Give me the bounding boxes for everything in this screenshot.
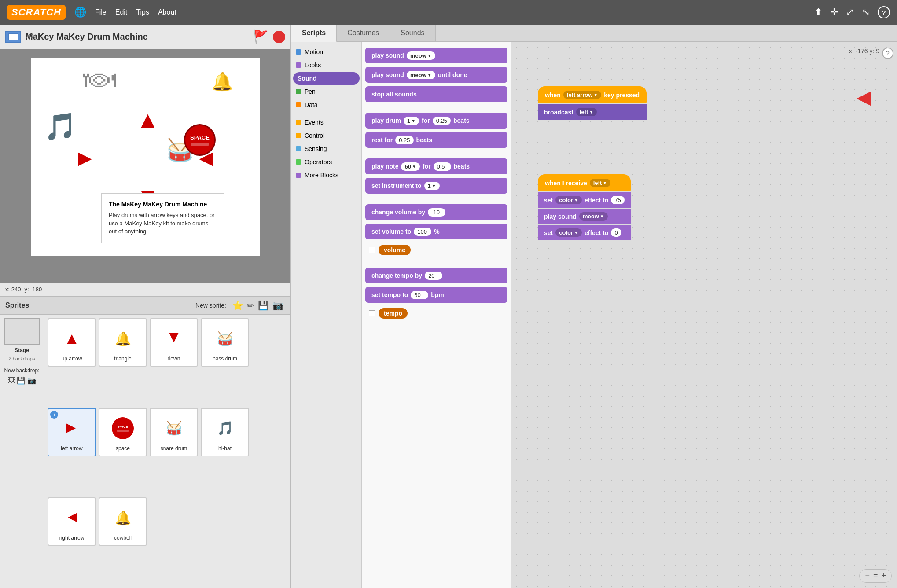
block-play-drum-dropdown[interactable]: 1 <box>404 117 419 125</box>
stage-header: MaKey MaKey Drum Machine 🚩 <box>0 25 290 49</box>
block-change-volume-value[interactable]: -10 <box>428 208 445 217</box>
hat-block-key-pressed[interactable]: when left arrow key pressed <box>538 86 647 103</box>
block-set-color-effect-2[interactable]: set color effect to 0 <box>538 225 631 240</box>
tab-sounds[interactable]: Sounds <box>390 25 435 41</box>
category-motion-label: Motion <box>305 48 323 55</box>
sprite-item-left-arrow[interactable]: i ▲ left arrow <box>48 408 96 456</box>
zoom-out-button[interactable]: − <box>865 571 870 581</box>
block-play-note-dropdown[interactable]: 60 <box>401 162 419 171</box>
menu-about[interactable]: About <box>158 8 176 16</box>
tempo-checkbox[interactable] <box>369 310 375 316</box>
block-rest-value[interactable]: 0.25 <box>395 136 413 144</box>
green-flag-button[interactable]: 🚩 <box>253 29 268 44</box>
category-looks[interactable]: Looks <box>291 59 361 71</box>
sprite-item-cowbell[interactable]: 🔔 cowbell <box>99 497 147 546</box>
sprite-item-space[interactable]: 8•ACE space <box>99 408 147 456</box>
camera-sprite-icon[interactable]: 📷 <box>272 300 283 311</box>
stage-left-arrow: ▲ <box>73 148 99 170</box>
category-control[interactable]: Control <box>291 129 361 142</box>
block-broadcast[interactable]: broadcast left <box>538 104 647 120</box>
block-play-sound-script[interactable]: play sound meow <box>538 209 631 224</box>
volume-variable[interactable]: volume <box>379 245 411 255</box>
sprite-item-hihat[interactable]: 🎵 hi-hat <box>201 408 249 456</box>
color-value-1[interactable]: 75 <box>611 196 624 204</box>
category-sensing[interactable]: Sensing <box>291 143 361 155</box>
color-dropdown-2[interactable]: color <box>555 228 582 237</box>
block-change-tempo[interactable]: change tempo by 20 <box>365 268 507 283</box>
block-play-sound-until[interactable]: play sound meow until done <box>365 67 507 83</box>
block-stop-all-sounds[interactable]: stop all sounds <box>365 86 507 102</box>
tabs-row: Scripts Costumes Sounds <box>291 25 897 42</box>
sprite-name-triangle: triangle <box>114 356 131 362</box>
add-sprite-icon[interactable]: ⭐ <box>232 300 243 311</box>
block-play-note[interactable]: play note 60 for 0.5 beats <box>365 158 507 174</box>
help-icon[interactable]: ? <box>878 6 890 18</box>
menu-file[interactable]: File <box>95 8 107 16</box>
block-set-instrument[interactable]: set instrument to 1 <box>365 178 507 194</box>
paint-sprite-icon[interactable]: ✏ <box>247 300 254 311</box>
set-text-2: set <box>544 229 553 236</box>
sprite-item-bass-drum[interactable]: 🥁 bass drum <box>201 318 249 367</box>
block-play-note-value[interactable]: 0.5 <box>434 162 451 171</box>
block-set-instrument-dropdown[interactable]: 1 <box>424 182 440 190</box>
tab-scripts[interactable]: Scripts <box>291 25 337 42</box>
block-play-sound[interactable]: play sound meow <box>365 48 507 63</box>
color-dropdown-1[interactable]: color <box>555 196 582 204</box>
sprite-item-up-arrow[interactable]: ▲ up arrow <box>48 318 96 367</box>
category-data[interactable]: Data <box>291 99 361 111</box>
backdrop-camera-icon[interactable]: 📷 <box>27 376 36 385</box>
backdrop-upload-icon[interactable]: 💾 <box>17 376 26 385</box>
block-play-drum[interactable]: play drum 1 for 0.25 beats <box>365 113 507 129</box>
block-change-volume[interactable]: change volume by -10 <box>365 204 507 220</box>
sprite-item-snare[interactable]: 🥁 snare drum <box>150 408 198 456</box>
category-pen[interactable]: Pen <box>291 85 361 98</box>
sprite-item-down[interactable]: ▲ down <box>150 318 198 367</box>
hat-block-receive[interactable]: when I receive left <box>538 174 631 191</box>
cursor-icon[interactable]: ✛ <box>830 7 838 18</box>
block-play-drum-value[interactable]: 0.25 <box>433 117 451 125</box>
tab-costumes[interactable]: Costumes <box>337 25 390 41</box>
block-rest-for[interactable]: rest for 0.25 beats <box>365 132 507 148</box>
stage-hihat: 🎵 <box>44 111 77 142</box>
category-events[interactable]: Events <box>291 116 361 129</box>
stop-button[interactable] <box>273 31 285 43</box>
receive-dropdown[interactable]: left <box>590 179 610 187</box>
block-play-sound-dropdown[interactable]: meow <box>407 51 435 60</box>
block-play-sound-until-dropdown[interactable]: meow <box>407 71 435 79</box>
sprites-title: Sprites <box>5 301 195 309</box>
tempo-variable[interactable]: tempo <box>379 308 408 319</box>
category-operators[interactable]: Operators <box>291 156 361 168</box>
menu-tips[interactable]: Tips <box>136 8 149 16</box>
sprite-item-triangle[interactable]: 🔔 triangle <box>99 318 147 367</box>
key-dropdown[interactable]: left arrow <box>563 91 601 99</box>
zoom-reset-button[interactable]: = <box>873 571 878 581</box>
scripting-help-button[interactable]: ? <box>882 48 893 59</box>
category-operators-label: Operators <box>305 158 332 165</box>
block-set-tempo-value[interactable]: 60 <box>411 291 428 299</box>
category-sound[interactable]: Sound <box>293 72 360 85</box>
volume-checkbox[interactable] <box>369 247 375 253</box>
globe-icon[interactable]: 🌐 <box>74 7 86 18</box>
block-set-tempo[interactable]: set tempo to 60 bpm <box>365 287 507 303</box>
category-more-blocks[interactable]: More Blocks <box>291 169 361 181</box>
shrink-icon[interactable]: ⤡ <box>862 7 870 18</box>
upload-sprite-icon[interactable]: 💾 <box>258 300 269 311</box>
play-sound-script-dropdown[interactable]: meow <box>579 212 608 220</box>
fullscreen-icon[interactable]: ⤢ <box>846 7 854 18</box>
coord-x: x: 240 <box>5 286 21 293</box>
block-change-tempo-value[interactable]: 20 <box>425 272 442 280</box>
backdrop-paint-icon[interactable]: 🖼 <box>8 376 15 385</box>
download-icon[interactable]: ⬆ <box>814 7 822 18</box>
sprite-item-right-arrow[interactable]: ▲ right arrow <box>48 497 96 546</box>
category-looks-label: Looks <box>305 62 321 69</box>
block-set-volume-value[interactable]: 100 <box>414 228 431 236</box>
zoom-in-button[interactable]: + <box>881 571 886 581</box>
block-set-color-effect-1[interactable]: set color effect to 75 <box>538 192 631 208</box>
broadcast-dropdown[interactable]: left <box>576 108 597 116</box>
stage-thumbnail[interactable] <box>4 318 40 345</box>
stage-cowbell: 🔔 <box>211 71 233 92</box>
category-motion[interactable]: Motion <box>291 46 361 58</box>
block-set-volume[interactable]: set volume to 100 % <box>365 224 507 239</box>
menu-edit[interactable]: Edit <box>115 8 128 16</box>
color-value-2[interactable]: 0 <box>611 228 621 237</box>
